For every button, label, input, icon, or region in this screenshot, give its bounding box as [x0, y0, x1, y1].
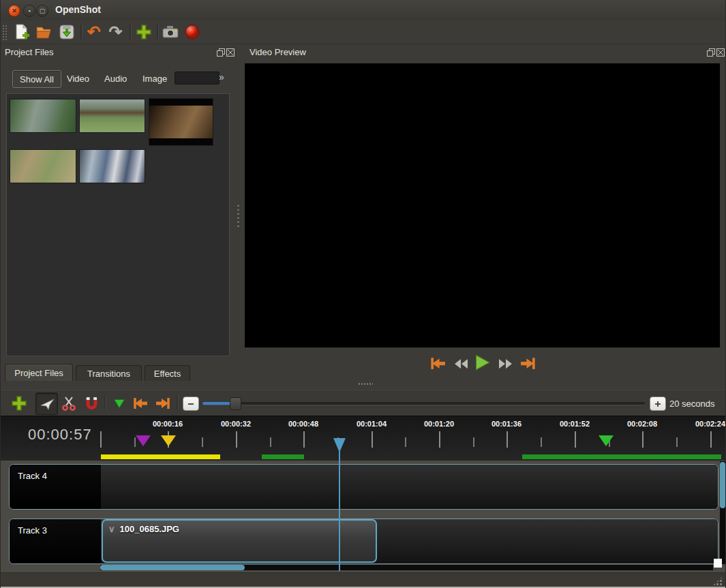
- undo-icon: ↶: [87, 22, 100, 42]
- open-project-button[interactable]: [34, 22, 52, 41]
- tab-transitions[interactable]: Transitions: [76, 365, 142, 381]
- toolbar-separator: [80, 25, 82, 39]
- float-panel-icon[interactable]: [707, 48, 715, 57]
- timeline-range-bar: [262, 454, 304, 459]
- arrow-tool-icon: [39, 396, 55, 412]
- project-file-thumbnail[interactable]: [80, 150, 145, 183]
- ruler-tick-minor: [405, 437, 406, 447]
- new-project-button[interactable]: [12, 22, 31, 41]
- redo-button[interactable]: ↷: [106, 22, 125, 41]
- playhead-line[interactable]: [339, 444, 340, 571]
- zoom-slider-handle[interactable]: [230, 397, 241, 410]
- ruler-tick-minor: [473, 437, 474, 447]
- ruler-tick-minor: [541, 437, 542, 447]
- fast-forward-button[interactable]: [497, 355, 515, 372]
- ruler-tick-label: 00:00:32: [209, 420, 263, 428]
- snapping-toggle-button[interactable]: [82, 394, 100, 412]
- timeline-range-bar: [522, 454, 721, 459]
- ruler-tick-major: [575, 431, 576, 448]
- toolbar-separator: [104, 395, 106, 409]
- toolbar-drag-handle[interactable]: [2, 25, 7, 40]
- add-files-button[interactable]: [134, 22, 153, 41]
- next-marker-icon: [154, 395, 172, 412]
- tab-effects[interactable]: Effects: [145, 365, 190, 381]
- timeline-clip[interactable]: ∨ 100_0685.JPG: [102, 519, 377, 563]
- zoom-in-button[interactable]: [650, 397, 666, 411]
- timeline-marker-yellow[interactable]: [161, 435, 176, 446]
- project-file-thumbnail[interactable]: [80, 99, 145, 132]
- vertical-splitter-handle[interactable]: [236, 204, 241, 230]
- toolbar-overflow-chevron[interactable]: »: [219, 72, 224, 82]
- selection-tool-button[interactable]: [35, 392, 58, 415]
- close-panel-icon[interactable]: [716, 48, 725, 57]
- plus-icon: [11, 395, 27, 412]
- filter-show-all-button[interactable]: Show All: [12, 70, 61, 88]
- export-video-button[interactable]: [183, 22, 201, 41]
- previous-marker-button[interactable]: [132, 394, 149, 412]
- zoom-slider-track[interactable]: [202, 402, 645, 405]
- redo-icon: ↷: [108, 22, 122, 42]
- timeline-ruler[interactable]: 00:00:57 00:00:16 00:00:32 00:00:48 00:0…: [1, 416, 726, 461]
- tab-project-files[interactable]: Project Files: [5, 364, 73, 381]
- video-preview-screen: [245, 63, 720, 347]
- ruler-tick-major: [642, 431, 644, 448]
- clip-collapse-chevron-icon[interactable]: ∨: [108, 524, 115, 534]
- track-header[interactable]: Track 4: [10, 465, 101, 509]
- ruler-tick-label: 00:01:04: [344, 420, 399, 428]
- ruler-tick-label: 00:01:36: [479, 420, 534, 428]
- timeline-range-bar: [101, 454, 220, 459]
- status-bar: [1, 572, 726, 588]
- window-minimize-button[interactable]: ▪: [23, 5, 35, 17]
- vertical-scrollbar-thumb[interactable]: [720, 462, 725, 508]
- add-track-button[interactable]: [10, 394, 28, 412]
- fast-forward-icon: [498, 356, 514, 372]
- horizontal-scrollbar-thumb[interactable]: [100, 565, 245, 570]
- track-content[interactable]: [101, 465, 718, 509]
- project-files-list: [6, 93, 230, 356]
- ruler-tick-major: [303, 431, 305, 448]
- project-file-thumbnail[interactable]: [10, 150, 76, 183]
- horizontal-scrollbar[interactable]: [100, 565, 713, 570]
- window-maximize-button[interactable]: ▢: [36, 5, 48, 17]
- next-marker-button[interactable]: [154, 394, 172, 412]
- play-button[interactable]: [472, 354, 490, 371]
- jump-to-end-button[interactable]: [519, 355, 536, 372]
- zoom-out-button[interactable]: [183, 397, 199, 411]
- ruler-tick-label: 00:00:16: [140, 420, 195, 428]
- project-file-thumbnail[interactable]: [149, 99, 213, 145]
- take-snapshot-button[interactable]: [161, 22, 179, 41]
- filter-image-button[interactable]: Image: [136, 70, 174, 87]
- zoom-scale-label: 20 seconds: [669, 399, 715, 409]
- openshot-window: ✕ ▪ ▢ OpenShot ↶ ↷: [0, 0, 726, 588]
- save-project-button[interactable]: [57, 22, 76, 41]
- thumbnail-image: [149, 106, 213, 138]
- toolbar-separator: [157, 25, 159, 39]
- close-panel-icon[interactable]: [226, 48, 235, 57]
- file-search-input[interactable]: [175, 72, 220, 84]
- jump-to-start-button[interactable]: [429, 355, 447, 372]
- filter-audio-button[interactable]: Audio: [97, 70, 134, 87]
- minus-icon: [187, 401, 194, 407]
- timeline-marker-green[interactable]: [599, 435, 614, 446]
- video-preview-panel-title: Video Preview: [249, 47, 306, 57]
- scissors-icon: [61, 395, 77, 412]
- undo-button[interactable]: ↶: [85, 22, 103, 41]
- new-file-icon: [13, 23, 31, 41]
- window-close-button[interactable]: ✕: [8, 5, 20, 17]
- timeline-marker-purple[interactable]: [136, 435, 151, 446]
- filter-video-button[interactable]: Video: [60, 70, 96, 87]
- track-header[interactable]: Track 3: [10, 519, 101, 563]
- project-file-thumbnail[interactable]: [10, 99, 76, 132]
- jump-end-icon: [519, 355, 536, 372]
- track-row: Track 4: [9, 464, 719, 510]
- vertical-scrollbar[interactable]: [720, 461, 725, 564]
- rewind-button[interactable]: [452, 355, 470, 372]
- float-panel-icon[interactable]: [217, 48, 225, 57]
- razor-tool-button[interactable]: [60, 394, 78, 412]
- open-folder-icon: [35, 23, 52, 41]
- record-icon: [183, 23, 201, 41]
- ruler-tick-minor: [676, 437, 678, 447]
- add-marker-button[interactable]: [110, 394, 128, 412]
- window-title: OpenShot: [55, 4, 101, 15]
- horizontal-splitter-handle[interactable]: [358, 382, 373, 386]
